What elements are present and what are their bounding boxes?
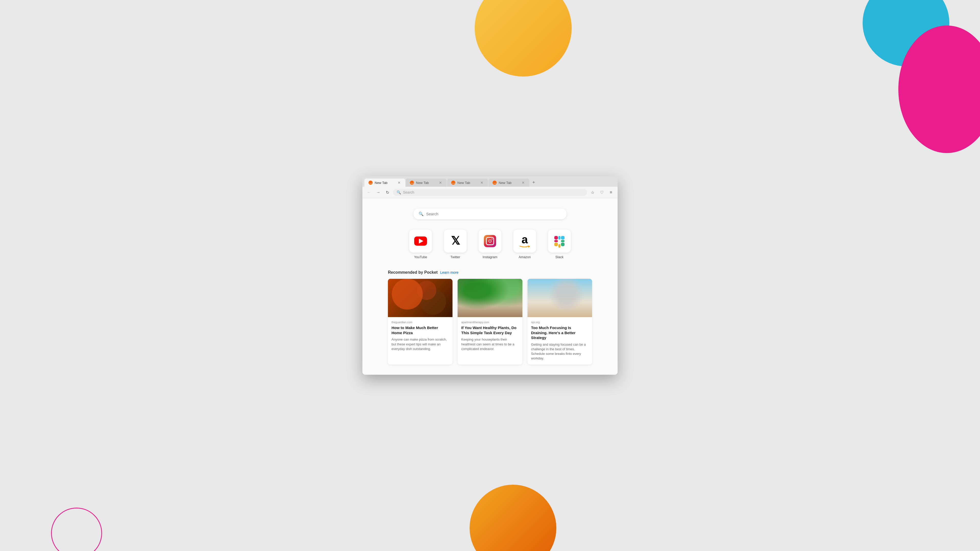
amazon-a-letter: a [522,234,528,245]
pocket-card-body-0: theguardian.com How to Make Much Better … [388,317,452,355]
tab-4[interactable]: 🦊 New Tab ✕ [488,179,529,187]
shortcut-slack[interactable]: Slack [544,230,575,259]
pocket-learn-more-link[interactable]: Learn more [440,270,458,275]
pocket-card-body-2: npr.org Too Much Focusing Is Draining. H… [528,317,592,364]
svg-rect-6 [561,243,565,246]
pocket-card-image-1 [458,279,522,317]
pocket-card-title-2: Too Much Focusing Is Draining. Here's a … [531,325,589,340]
svg-rect-7 [561,240,565,242]
svg-rect-2 [561,236,565,240]
shortcut-instagram[interactable]: Instagram [475,230,505,259]
tab-close-3[interactable]: ✕ [480,181,484,185]
new-tab-page: 🔍 YouTube 𝕏 Twitter [363,198,617,375]
tab-title-2: New Tab [416,181,436,185]
youtube-label: YouTube [414,255,427,259]
slack-icon [553,234,566,248]
twitter-icon-wrapper: 𝕏 [444,230,467,252]
shortcuts-grid: YouTube 𝕏 Twitter [378,230,602,259]
pocket-card-desc-0: Anyone can make pizza from scratch, but … [391,337,449,351]
tab-title-3: New Tab [457,181,478,185]
pocket-card-source-0: theguardian.com [391,321,449,324]
pocket-card-source-1: apartmenttherapy.com [461,321,519,324]
shortcut-amazon[interactable]: a Amazon [509,230,540,259]
forward-button[interactable]: → [375,189,382,196]
youtube-icon [409,230,432,252]
nav-right-icons: ☆ ♡ ≡ [589,189,614,196]
bg-circle-pink-outline [51,508,102,551]
twitter-x-icon: 𝕏 [451,235,460,247]
pocket-section: Recommended by Pocket Learn more theguar… [388,270,592,364]
youtube-play-button-icon [414,237,427,246]
shortcut-twitter[interactable]: 𝕏 Twitter [440,230,471,259]
svg-rect-0 [554,236,558,240]
pocket-title: Recommended by Pocket [388,270,438,275]
pocket-cards-grid: theguardian.com How to Make Much Better … [388,279,592,364]
svg-rect-1 [554,240,558,242]
shortcut-youtube[interactable]: YouTube [405,230,436,259]
page-search-bar[interactable]: 🔍 [414,208,566,219]
tab-favicon-2: 🦊 [410,181,414,185]
bookmark-button[interactable]: ☆ [589,189,596,196]
pocket-card-body-1: apartmenttherapy.com If You Want Healthy… [458,317,522,355]
menu-button[interactable]: ≡ [608,189,614,196]
page-search-icon: 🔍 [418,211,424,216]
pocket-card-2[interactable]: npr.org Too Much Focusing Is Draining. H… [528,279,592,364]
back-button[interactable]: ← [366,189,372,196]
instagram-flash-icon [492,238,493,240]
pocket-card-0[interactable]: theguardian.com How to Make Much Better … [388,279,452,364]
address-search-icon: 🔍 [396,190,401,194]
amazon-icon-wrapper: a [513,230,536,252]
amazon-icon: a [519,234,530,248]
tab-title-4: New Tab [499,181,519,185]
reload-button[interactable]: ↻ [384,189,391,196]
page-search-input[interactable] [426,212,562,216]
instagram-icon [484,235,496,247]
browser-window: 🦊 New Tab ✕ 🦊 New Tab ✕ 🦊 New Tab ✕ 🦊 Ne… [363,176,617,375]
slack-label: Slack [555,255,563,259]
svg-rect-3 [558,236,560,240]
pocket-card-title-1: If You Want Healthy Plants, Do This Simp… [461,325,519,335]
instagram-label: Instagram [483,255,497,259]
tab-2[interactable]: 🦊 New Tab ✕ [406,179,447,187]
svg-rect-4 [554,243,558,246]
add-tab-button[interactable]: + [530,178,538,187]
tab-3[interactable]: 🦊 New Tab ✕ [447,179,488,187]
tab-close-2[interactable]: ✕ [438,181,442,185]
tab-bar: 🦊 New Tab ✕ 🦊 New Tab ✕ 🦊 New Tab ✕ 🦊 Ne… [363,176,617,187]
navigation-bar: ← → ↻ 🔍 Search ☆ ♡ ≡ [363,187,617,198]
tab-favicon-1: 🦊 [369,181,372,185]
bg-circle-yellow [475,0,572,76]
twitter-label: Twitter [450,255,460,259]
pocket-card-desc-2: Getting and staying focused can be a cha… [531,342,589,361]
tab-1[interactable]: 🦊 New Tab ✕ [364,179,405,187]
pocket-save-button[interactable]: ♡ [598,189,605,196]
amazon-label: Amazon [519,255,531,259]
slack-icon-wrapper [548,230,571,252]
pocket-card-source-2: npr.org [531,321,589,324]
tab-title-1: New Tab [375,181,395,185]
tab-close-1[interactable]: ✕ [397,181,401,185]
pocket-card-image-0 [388,279,452,317]
bg-circle-orange [469,485,556,551]
pocket-card-1[interactable]: apartmenttherapy.com If You Want Healthy… [458,279,522,364]
pocket-card-title-0: How to Make Much Better Home Pizza [391,325,449,335]
pocket-header: Recommended by Pocket Learn more [388,270,592,275]
instagram-lens-icon [488,240,492,243]
tab-favicon-4: 🦊 [493,181,496,185]
tab-close-4[interactable]: ✕ [521,181,525,185]
instagram-camera-icon [486,237,494,245]
svg-rect-5 [558,244,560,248]
address-text: Search [403,190,414,194]
tab-favicon-3: 🦊 [451,181,455,185]
instagram-icon-wrapper [479,230,501,252]
pocket-card-image-2 [528,279,592,317]
amazon-arrow-icon [519,246,530,248]
pocket-card-desc-1: Keeping your houseplants their healthies… [461,337,519,351]
address-bar[interactable]: 🔍 Search [393,189,587,196]
